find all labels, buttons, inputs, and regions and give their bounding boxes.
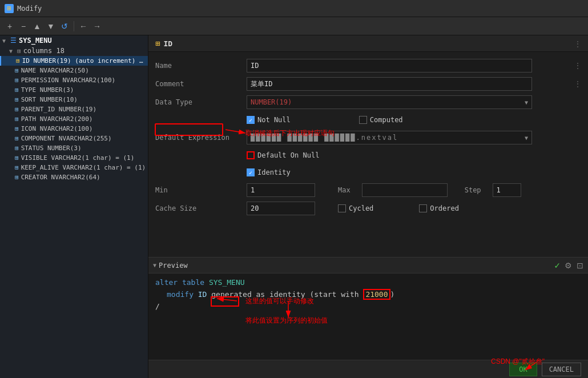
remove-button[interactable]: − <box>17 20 30 33</box>
col-icon-keepalive: ⊞ <box>15 164 19 171</box>
tree-item-type[interactable]: ⊞ TYPE NUMBER(3) <box>0 85 148 95</box>
move-up-button[interactable]: ▲ <box>31 20 43 33</box>
tree-item-path[interactable]: ⊞ PATH NVARCHAR2(200) <box>0 114 148 124</box>
right-panel: ⊞ ID ⋮ Name ⋮ Co <box>148 35 588 378</box>
comment-label: Comment <box>155 80 247 88</box>
computed-checkbox-item[interactable]: Computed <box>359 116 403 124</box>
col-icon-perm: ⊞ <box>15 77 19 84</box>
identity-label: Identity <box>257 168 291 176</box>
tree-item-sysmenu[interactable]: ▼ ☰ SYS_MENU <box>0 35 148 46</box>
col-icon-status: ⊞ <box>15 144 19 152</box>
tree-label-columns: columns 18 <box>23 47 65 55</box>
tree-item-columns[interactable]: ▼ ⊞ columns 18 <box>0 46 148 56</box>
refresh-button[interactable]: ↺ <box>58 20 71 33</box>
move-down-button[interactable]: ▼ <box>45 20 57 33</box>
name-value: ⋮ <box>247 59 581 73</box>
left-panel: ▼ ☰ SYS_MENU ▼ ⊞ columns 18 ⊞ ID NUMBER(… <box>0 35 148 378</box>
preview-expand-btn[interactable]: ⊡ <box>577 261 583 270</box>
tree-item-component[interactable]: ⊞ COMPONENT NVARCHAR2(255) <box>0 134 148 143</box>
computed-label: Computed <box>370 116 403 124</box>
db-icon: ☰ <box>10 37 17 45</box>
ordered-checkbox-item[interactable]: Ordered <box>419 204 459 212</box>
tree-item-visible[interactable]: ⊞ VISIBLE VARCHAR2(1 char) = (1) <box>0 153 148 163</box>
preview-header: ▼ Preview ✓ ⚙ ⊡ <box>148 258 588 274</box>
max-label: Max <box>338 186 351 194</box>
min-input[interactable] <box>247 183 315 197</box>
back-button[interactable]: ← <box>77 20 90 33</box>
preview-right-icons: ✓ ⚙ ⊡ <box>554 260 583 271</box>
preview-title-area: ▼ Preview <box>153 262 188 270</box>
toolbar-separator <box>74 21 74 31</box>
form-row-defaultexpr: Default Expression ██████ ██████ ██████.… <box>148 128 588 147</box>
defaultonnull-label: Default On Null <box>257 151 319 159</box>
notnull-checkbox-item[interactable]: ✓ Not Null <box>247 116 291 124</box>
tree-item-status[interactable]: ⊞ STATUS NUMBER(3) <box>0 143 148 153</box>
preview-settings-btn[interactable]: ⚙ <box>565 261 572 270</box>
add-button[interactable]: + <box>3 20 16 33</box>
tree-label-permission: PERMISSION NVARCHAR2(100) <box>21 77 116 84</box>
comment-input[interactable] <box>247 77 532 91</box>
sql-line2: modify ID generated as identity (start w… <box>155 289 581 301</box>
sql-slash: / <box>155 302 160 311</box>
cycled-checkbox-item[interactable]: Cycled <box>338 204 373 212</box>
datatype-text: NUMBER(19) <box>251 98 292 106</box>
tree-item-name[interactable]: ⊞ NAME NVARCHAR2(50) <box>0 66 148 75</box>
tree-item-icon[interactable]: ⊞ ICON NVARCHAR2(100) <box>0 124 148 134</box>
tree-label-creator: CREATOR NVARCHAR2(64) <box>21 174 100 181</box>
overflow-menu-icon[interactable]: ⋮ <box>574 40 581 48</box>
ordered-label: Ordered <box>430 204 459 212</box>
tree-item-keepalive[interactable]: ⊞ KEEP_ALIVE VARCHAR2(1 char) = (1) <box>0 163 148 172</box>
cycled-checkbox[interactable] <box>338 204 346 212</box>
col-icon-parentid: ⊞ <box>15 106 19 113</box>
defaultexpr-display[interactable]: ██████ ██████ ██████.nextval ▼ <box>247 131 532 144</box>
identity-checkbox-item[interactable]: ✓ Identity <box>247 168 291 176</box>
forward-button[interactable]: → <box>91 20 103 33</box>
right-content: ⊞ ID ⋮ Name ⋮ Co <box>148 35 588 378</box>
ordered-checkbox[interactable] <box>419 204 427 212</box>
computed-checkbox[interactable] <box>359 116 367 124</box>
tree-label-sort: SORT NUMBER(10) <box>21 96 78 103</box>
defaultonnull-checkbox[interactable] <box>247 151 255 159</box>
name-input[interactable] <box>247 59 532 73</box>
columns-icon: ⊞ <box>17 47 21 55</box>
cachesize-input[interactable] <box>247 202 315 215</box>
datatype-label: Data Type <box>155 98 247 106</box>
tree-item-id[interactable]: ⊞ ID NUMBER(19) (auto increment) = 'AS <box>0 56 148 66</box>
main-container: ▼ ☰ SYS_MENU ▼ ⊞ columns 18 ⊞ ID NUMBER(… <box>0 35 588 378</box>
right-header: ⊞ ID ⋮ <box>148 35 588 52</box>
sql-alter: alter table <box>155 278 209 287</box>
col-icon-path: ⊞ <box>15 115 19 123</box>
notnull-checkbox[interactable]: ✓ <box>247 116 255 124</box>
datatype-select[interactable]: NUMBER(19) ▼ <box>247 95 532 109</box>
min-label: Min <box>155 186 247 194</box>
max-input[interactable] <box>362 183 448 197</box>
sql-startvalue: 21000 <box>363 289 390 300</box>
sql-id: ID <box>198 290 211 299</box>
form-row-identity: ✓ Identity <box>148 164 588 181</box>
identity-checkbox[interactable]: ✓ <box>247 168 255 176</box>
tree-item-creator[interactable]: ⊞ CREATOR NVARCHAR2(64) <box>0 172 148 182</box>
tree-item-permission[interactable]: ⊞ PERMISSION NVARCHAR2(100) <box>0 75 148 85</box>
tree-label-name: NAME NVARCHAR2(50) <box>21 67 89 74</box>
col-icon-sort: ⊞ <box>15 96 19 103</box>
form-row-defaultonnull: Default On Null <box>148 147 588 164</box>
tree-label-keepalive: KEEP_ALIVE VARCHAR2(1 char) = (1) <box>21 164 146 171</box>
step-input[interactable] <box>493 183 521 197</box>
ok-button[interactable]: OK <box>509 363 537 376</box>
title-bar-text: Modify <box>17 5 42 13</box>
col-icon-type: ⊞ <box>15 86 19 94</box>
tree-label-sysmenu: SYS_MENU <box>19 37 52 45</box>
tree-item-sort[interactable]: ⊞ SORT NUMBER(10) <box>0 95 148 104</box>
col-icon-icon: ⊞ <box>15 125 19 132</box>
preview-toggle[interactable]: ▼ <box>153 262 156 268</box>
app-icon: ⊞ <box>5 4 14 13</box>
bottom-bar: OK CANCEL <box>148 360 588 378</box>
defaultexpr-text: ██████ ██████ ██████.nextval <box>251 134 398 142</box>
tree-toggle: ▼ <box>2 38 8 44</box>
tree-item-parentid[interactable]: ⊞ PARENT_ID NUMBER(19) <box>0 104 148 114</box>
defaultonnull-checkbox-item[interactable]: Default On Null <box>247 151 319 159</box>
tree-label-type: TYPE NUMBER(3) <box>21 86 74 94</box>
defaultexpr-arrow: ▼ <box>525 135 528 141</box>
pk-icon: ⊞ <box>16 57 20 65</box>
cancel-button[interactable]: CANCEL <box>542 363 581 376</box>
